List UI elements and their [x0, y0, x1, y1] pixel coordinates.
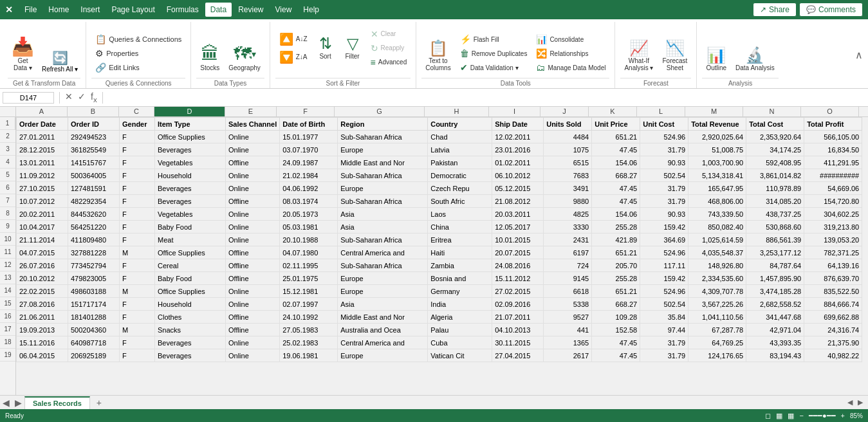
- cell-13-14[interactable]: 2,682,558.52: [746, 298, 804, 311]
- cell-3-1[interactable]: 11.09.2012: [17, 169, 68, 182]
- cell-10-10[interactable]: 724: [544, 259, 592, 272]
- cell-17-15[interactable]: 40,982.22: [804, 349, 862, 362]
- cell-6-12[interactable]: 90.93: [640, 208, 688, 221]
- cell-13-9[interactable]: 02.09.2016: [492, 298, 544, 311]
- cell-8-1[interactable]: 21.11.2014: [17, 234, 68, 246]
- cell-1-13[interactable]: 51,008.75: [688, 143, 746, 156]
- insert-function-icon[interactable]: fx: [91, 91, 97, 104]
- stocks-btn[interactable]: 🏛 Stocks: [196, 42, 223, 74]
- col-header-text-14[interactable]: Total Profit: [804, 118, 862, 131]
- cell-9-15[interactable]: 782,371.25: [804, 246, 862, 259]
- cell-15-9[interactable]: 04.10.2013: [492, 324, 544, 336]
- cell-7-5[interactable]: Online: [226, 221, 280, 234]
- col-header-B[interactable]: B: [68, 107, 119, 116]
- row-num-9[interactable]: 9: [0, 220, 15, 233]
- cell-3-4[interactable]: Household: [155, 169, 226, 182]
- cell-14-1[interactable]: 21.06.2011: [17, 311, 68, 324]
- cell-11-9[interactable]: 15.11.2012: [492, 272, 544, 285]
- col-header-L[interactable]: L: [637, 107, 685, 116]
- advanced-btn[interactable]: ≡ Advanced: [367, 56, 411, 69]
- cell-8-10[interactable]: 2431: [544, 234, 592, 246]
- cell-10-3[interactable]: F: [120, 259, 155, 272]
- cell-12-1[interactable]: 22.02.2015: [17, 285, 68, 298]
- cell-4-3[interactable]: F: [120, 182, 155, 195]
- cell-13-2[interactable]: 151717174: [68, 298, 120, 311]
- cell-17-10[interactable]: 2617: [544, 349, 592, 362]
- cell-17-6[interactable]: 19.06.1981: [280, 349, 338, 362]
- col-header-N[interactable]: N: [743, 107, 801, 116]
- cell-4-12[interactable]: 31.79: [640, 182, 688, 195]
- cell-1-3[interactable]: F: [120, 143, 155, 156]
- col-header-A[interactable]: A: [16, 107, 68, 116]
- clear-btn[interactable]: ✕ Clear: [367, 28, 411, 41]
- cell-1-12[interactable]: 31.79: [640, 143, 688, 156]
- cell-6-4[interactable]: Vegetables: [155, 208, 226, 221]
- cell-17-2[interactable]: 206925189: [68, 349, 120, 362]
- cell-1-2[interactable]: 361825549: [68, 143, 120, 156]
- cell-16-12[interactable]: 31.79: [640, 336, 688, 349]
- row-num-19[interactable]: 19: [0, 349, 15, 362]
- cell-7-1[interactable]: 10.04.2017: [17, 221, 68, 234]
- cell-16-5[interactable]: Online: [226, 336, 280, 349]
- cell-0-10[interactable]: 4484: [544, 131, 592, 143]
- menu-item-file[interactable]: File: [19, 3, 42, 17]
- cell-12-2[interactable]: 498603188: [68, 285, 120, 298]
- col-header-text-5[interactable]: Date of Birth: [280, 118, 338, 131]
- cell-13-4[interactable]: Household: [155, 298, 226, 311]
- cell-0-14[interactable]: 2,353,920.64: [746, 131, 804, 143]
- cell-10-2[interactable]: 773452794: [68, 259, 120, 272]
- cell-11-6[interactable]: 25.01.1975: [280, 272, 338, 285]
- remove-duplicates-btn[interactable]: 🗑 Remove Duplicates: [456, 47, 531, 60]
- text-to-columns-btn[interactable]: 📋 Text toColumns: [421, 38, 454, 74]
- cell-9-11[interactable]: 651.21: [592, 246, 640, 259]
- row-num-10[interactable]: 10: [0, 233, 15, 246]
- row-num-16[interactable]: 16: [0, 310, 15, 323]
- row-num-17[interactable]: 17: [0, 323, 15, 336]
- cell-15-5[interactable]: Offline: [226, 324, 280, 336]
- cell-6-8[interactable]: Laos: [428, 208, 492, 221]
- row-num-4[interactable]: 4: [0, 156, 15, 169]
- cell-14-6[interactable]: 24.10.1992: [280, 311, 338, 324]
- data-area[interactable]: Order DateOrder IDGenderItem TypeSales C…: [16, 117, 868, 395]
- cell-16-9[interactable]: 30.11.2015: [492, 336, 544, 349]
- col-header-H[interactable]: H: [425, 107, 489, 116]
- cell-14-14[interactable]: 341,447.68: [746, 311, 804, 324]
- col-header-F[interactable]: F: [277, 107, 335, 116]
- menu-item-data[interactable]: Data: [205, 3, 232, 17]
- cell-13-7[interactable]: Asia: [338, 298, 428, 311]
- whatif-analysis-btn[interactable]: 📈 What-IfAnalysis ▾: [620, 38, 657, 74]
- col-header-text-1[interactable]: Order ID: [68, 118, 120, 131]
- cell-14-12[interactable]: 35.84: [640, 311, 688, 324]
- cell-9-8[interactable]: Haiti: [428, 246, 492, 259]
- cell-6-9[interactable]: 20.03.2011: [492, 208, 544, 221]
- cell-0-4[interactable]: Office Supplies: [155, 131, 226, 143]
- formula-input[interactable]: [108, 92, 865, 104]
- cell-14-2[interactable]: 181401288: [68, 311, 120, 324]
- cell-0-2[interactable]: 292494523: [68, 131, 120, 143]
- col-header-text-7[interactable]: Country: [428, 118, 492, 131]
- cell-4-5[interactable]: Online: [226, 182, 280, 195]
- cell-12-4[interactable]: Office Supplies: [155, 285, 226, 298]
- col-header-E[interactable]: E: [225, 107, 277, 116]
- cell-11-7[interactable]: Europe: [338, 272, 428, 285]
- cell-8-9[interactable]: 10.01.2015: [492, 234, 544, 246]
- cell-1-14[interactable]: 34,174.25: [746, 143, 804, 156]
- cell-2-15[interactable]: 411,291.95: [804, 156, 862, 169]
- cell-0-7[interactable]: Sub-Saharan Africa: [338, 131, 428, 143]
- menu-item-help[interactable]: Help: [298, 3, 324, 17]
- sort-za-btn[interactable]: 🔽 Z↓A: [275, 49, 311, 66]
- cell-13-6[interactable]: 02.07.1997: [280, 298, 338, 311]
- menu-item-review[interactable]: Review: [233, 3, 268, 17]
- cell-7-6[interactable]: 05.03.1981: [280, 221, 338, 234]
- cell-11-10[interactable]: 9145: [544, 272, 592, 285]
- cell-3-2[interactable]: 500364005: [68, 169, 120, 182]
- row-num-1[interactable]: 1: [0, 117, 15, 130]
- cell-17-3[interactable]: F: [120, 349, 155, 362]
- cell-4-11[interactable]: 47.45: [592, 182, 640, 195]
- cell-15-6[interactable]: 27.05.1983: [280, 324, 338, 336]
- data-analysis-btn[interactable]: 🔬 Data Analysis: [732, 45, 779, 74]
- cell-1-9[interactable]: 23.01.2016: [492, 143, 544, 156]
- page-break-icon[interactable]: ▦: [788, 412, 794, 420]
- cell-12-11[interactable]: 651.21: [592, 285, 640, 298]
- cell-3-9[interactable]: 06.10.2012: [492, 169, 544, 182]
